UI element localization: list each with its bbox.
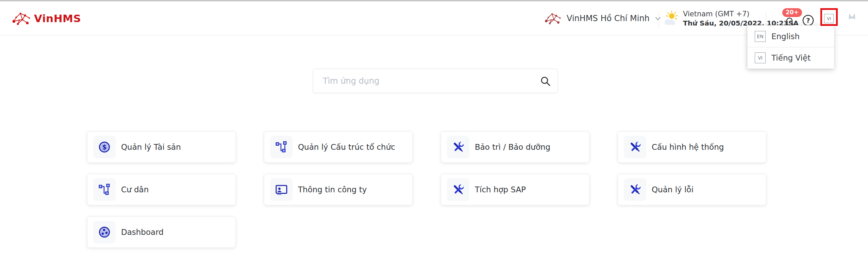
tools-icon xyxy=(624,178,646,201)
chevron-down-icon xyxy=(655,17,661,20)
help-button[interactable]: ? xyxy=(802,14,814,27)
brand-name: VinHMS xyxy=(34,12,81,25)
dollar-glyph: $ xyxy=(102,143,106,151)
language-label: English xyxy=(771,32,800,41)
user-avatar[interactable] xyxy=(843,10,861,28)
top-header: VinHMS xyxy=(0,1,868,35)
header-divider xyxy=(658,12,659,27)
dollar-circle-icon: $ xyxy=(93,136,116,158)
org-structure-icon xyxy=(93,178,116,201)
weather-icon xyxy=(662,10,679,27)
language-label: Tiếng Việt xyxy=(771,53,811,62)
org-selector-label: VinHMS Hồ Chí Minh xyxy=(567,14,650,23)
contact-card-icon xyxy=(270,178,293,201)
app-card-label: Cấu hình hệ thống xyxy=(652,143,724,151)
search-icon[interactable] xyxy=(540,76,551,86)
language-code-badge: VI xyxy=(755,52,766,63)
app-card-label: Thông tin công ty xyxy=(298,185,367,194)
brand: VinHMS xyxy=(12,1,81,35)
app-card-label: Quản lý lỗi xyxy=(652,185,694,194)
app-card-label: Tích hợp SAP xyxy=(475,185,526,194)
org-selector[interactable]: VinHMS Hồ Chí Minh xyxy=(544,1,661,35)
app-card-dashboard[interactable]: Dashboard xyxy=(87,216,236,248)
app-search xyxy=(313,69,558,93)
locale-region: Vietnam (GMT +7) xyxy=(683,10,799,19)
language-menu: EN English VI Tiếng Việt xyxy=(747,25,834,69)
language-code-badge: EN xyxy=(755,31,766,42)
app-card-label: Dashboard xyxy=(121,228,164,237)
app-card-label: Bảo trì / Bảo dưỡng xyxy=(475,143,550,151)
app-card-company-info[interactable]: Thông tin công ty xyxy=(264,174,413,205)
app-card-org-structure[interactable]: Quản lý Cấu trúc tổ chức xyxy=(264,131,413,163)
app-card-error-management[interactable]: Quản lý lỗi xyxy=(618,174,766,205)
org-logo-icon xyxy=(544,12,561,25)
app-card-label: Quản lý Tài sản xyxy=(121,143,181,151)
notification-badge: 20+ xyxy=(782,8,802,17)
app-launcher-screen: VinHMS xyxy=(0,0,868,258)
search-input[interactable] xyxy=(313,69,557,93)
language-button[interactable]: VI xyxy=(824,14,834,23)
app-card-maintenance[interactable]: Bảo trì / Bảo dưỡng xyxy=(441,131,589,163)
dashboard-icon xyxy=(93,221,116,243)
tools-icon xyxy=(447,136,469,158)
app-card-sap-integration[interactable]: Tích hợp SAP xyxy=(441,174,589,205)
app-card-residents[interactable]: Cư dân xyxy=(87,174,236,205)
language-menu-item-vietnamese[interactable]: VI Tiếng Việt xyxy=(748,47,834,68)
app-card-label: Quản lý Cấu trúc tổ chức xyxy=(298,143,395,151)
language-menu-item-english[interactable]: EN English xyxy=(748,26,834,47)
tools-icon xyxy=(624,136,646,158)
question-mark-glyph: ? xyxy=(806,17,810,24)
app-card-label: Cư dân xyxy=(121,185,149,194)
org-structure-icon xyxy=(270,136,293,158)
app-card-asset-management[interactable]: $ Quản lý Tài sản xyxy=(87,131,236,163)
app-card-system-config[interactable]: Cấu hình hệ thống xyxy=(618,131,766,163)
tools-icon xyxy=(447,178,469,201)
app-grid: $ Quản lý Tài sản Quản lý Cấu trú xyxy=(87,131,766,248)
vinhms-network-logo-icon xyxy=(12,11,31,26)
